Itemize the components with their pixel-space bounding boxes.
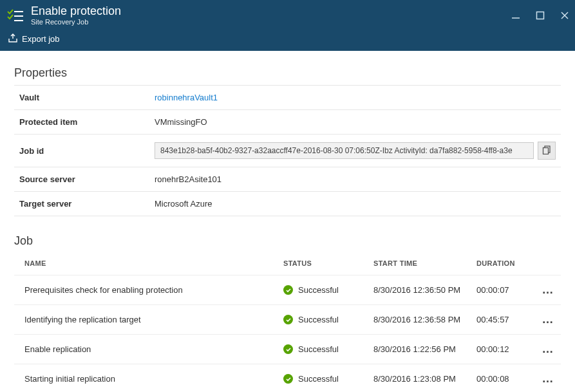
window-controls: [509, 0, 571, 31]
job-steps-table: NAME STATUS START TIME DURATION Prerequi…: [14, 253, 561, 392]
step-duration: 00:00:12: [471, 335, 535, 364]
prop-row-target-server: Target server Microsoft Azure: [14, 192, 561, 216]
row-menu-button[interactable]: …: [535, 305, 561, 335]
step-name: Prerequisites check for enabling protect…: [14, 275, 278, 305]
prop-value: Microsoft Azure: [149, 192, 561, 216]
step-start: 8/30/2016 1:23:08 PM: [368, 364, 471, 393]
prop-label: Job id: [14, 135, 149, 167]
step-duration: 00:45:57: [471, 305, 535, 335]
ellipsis-icon: …: [542, 342, 554, 355]
row-menu-button[interactable]: …: [535, 275, 561, 305]
step-status: Successful: [278, 275, 368, 305]
step-duration: 00:00:07: [471, 275, 535, 305]
job-id-field[interactable]: [155, 142, 534, 159]
success-icon: [283, 315, 293, 324]
col-status: STATUS: [278, 253, 368, 275]
prop-row-job-id: Job id: [14, 135, 561, 167]
title-text-block: Enable protection Site Recovery Job: [31, 5, 121, 26]
success-icon: [283, 344, 293, 354]
properties-heading: Properties: [14, 66, 561, 80]
ellipsis-icon: …: [542, 283, 554, 296]
minimize-button[interactable]: [509, 9, 522, 22]
prop-row-protected-item: Protected item VMmissingFO: [14, 110, 561, 135]
row-menu-button[interactable]: …: [535, 335, 561, 364]
step-status: Successful: [278, 364, 368, 393]
maximize-button[interactable]: [534, 9, 547, 22]
prop-label: Source server: [14, 167, 149, 192]
step-start: 8/30/2016 1:22:56 PM: [368, 335, 471, 364]
ellipsis-icon: …: [542, 313, 554, 326]
export-job-button[interactable]: Export job: [8, 33, 60, 44]
close-button[interactable]: [558, 9, 571, 22]
properties-table: Vault robinnehraVault1 Protected item VM…: [14, 85, 561, 216]
table-row: Prerequisites check for enabling protect…: [14, 275, 561, 305]
table-row: Identifying the replication targetSucces…: [14, 305, 561, 335]
step-start: 8/30/2016 12:36:58 PM: [368, 305, 471, 335]
copy-icon: [542, 145, 551, 156]
title-bar: Enable protection Site Recovery Job: [0, 0, 575, 31]
copy-button[interactable]: [538, 142, 556, 160]
step-name: Identifying the replication target: [14, 305, 278, 335]
step-name: Enable replication: [14, 335, 278, 364]
svg-rect-4: [537, 12, 544, 19]
page-title: Enable protection: [31, 5, 121, 18]
export-icon: [8, 33, 18, 44]
col-duration: DURATION: [471, 253, 535, 275]
prop-value: VMmissingFO: [149, 110, 561, 135]
toolbar: Export job: [0, 31, 575, 51]
prop-label: Protected item: [14, 110, 149, 135]
step-name: Starting initial replication: [14, 364, 278, 393]
prop-value: ronehrB2Asite101: [149, 167, 561, 192]
job-checklist-icon: [6, 6, 24, 24]
table-row: Enable replicationSuccessful8/30/2016 1:…: [14, 335, 561, 364]
job-heading: Job: [14, 234, 561, 248]
step-status: Successful: [278, 335, 368, 364]
table-row: Starting initial replicationSuccessful8/…: [14, 364, 561, 393]
ellipsis-icon: …: [542, 372, 554, 385]
row-menu-button[interactable]: …: [535, 364, 561, 393]
prop-row-source-server: Source server ronehrB2Asite101: [14, 167, 561, 192]
col-name: NAME: [14, 253, 278, 275]
step-start: 8/30/2016 12:36:50 PM: [368, 275, 471, 305]
col-start: START TIME: [368, 253, 471, 275]
page-subtitle: Site Recovery Job: [31, 18, 121, 26]
success-icon: [283, 285, 293, 295]
vault-link[interactable]: robinnehraVault1: [155, 93, 218, 102]
step-duration: 00:00:08: [471, 364, 535, 393]
prop-row-vault: Vault robinnehraVault1: [14, 86, 561, 110]
prop-label: Vault: [14, 86, 149, 110]
step-status: Successful: [278, 305, 368, 335]
svg-rect-8: [543, 147, 549, 154]
prop-label: Target server: [14, 192, 149, 216]
export-job-label: Export job: [22, 34, 60, 44]
success-icon: [283, 374, 293, 384]
